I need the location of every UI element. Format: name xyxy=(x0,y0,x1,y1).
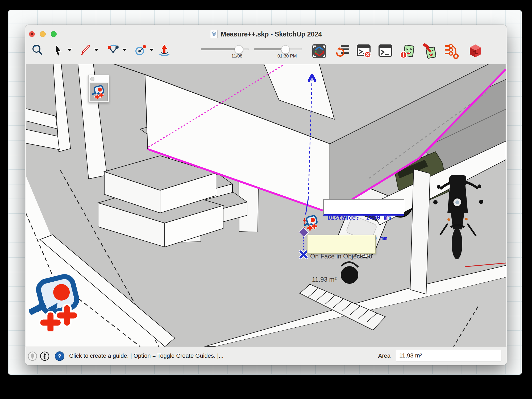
model-viewport[interactable]: Distance: 2400 mm Thickness: 400 mm On F… xyxy=(26,64,506,347)
face-info-tooltip: On Face in Object#36 11,93 m² xyxy=(307,235,376,254)
date-slider-label: 11/08 xyxy=(231,54,242,59)
circle-tool-icon[interactable] xyxy=(134,44,147,57)
line-tool-icon[interactable] xyxy=(79,44,92,57)
arc-tool-dropdown-icon[interactable] xyxy=(122,49,127,51)
face-info-line1: On Face in Object#36 xyxy=(310,252,375,260)
arc-tool-icon[interactable] xyxy=(107,44,120,57)
credits-icon[interactable] xyxy=(40,351,49,361)
sketchup-window: Measure++.skp - SketchUp 2024 xyxy=(25,25,507,365)
toolbar: 11/08 01:30 PM xyxy=(25,43,507,64)
measurement-tooltip: Distance: 2400 mm Thickness: 400 mm xyxy=(323,199,404,216)
time-slider[interactable]: 01:30 PM xyxy=(254,47,302,57)
status-bar: ? Click to create a guide. | Option = To… xyxy=(25,347,507,365)
help-glyph: ? xyxy=(58,353,61,360)
time-slider-thumb[interactable] xyxy=(281,45,290,54)
face-info-line2: 11,93 m² xyxy=(310,275,375,283)
time-slider-fill xyxy=(254,48,285,50)
organizer-icon[interactable] xyxy=(335,43,350,59)
help-icon[interactable]: ? xyxy=(55,351,64,361)
extension-cube-icon[interactable] xyxy=(468,43,483,59)
area-input[interactable]: 11,93 m² xyxy=(396,350,501,361)
window-title: Measure++.skp - SketchUp 2024 xyxy=(221,30,322,38)
geolocation-icon[interactable] xyxy=(28,351,37,361)
line-tool-dropdown-icon[interactable] xyxy=(94,49,98,51)
palette-close-icon[interactable] xyxy=(90,77,94,81)
push-pull-tool-icon[interactable] xyxy=(158,44,171,57)
area-label: Area xyxy=(378,352,390,359)
fix-problems-icon[interactable] xyxy=(422,43,437,59)
report-problem-icon[interactable] xyxy=(400,43,415,59)
zoom-tool-icon[interactable] xyxy=(31,44,44,57)
ruby-console-icon[interactable] xyxy=(378,43,393,59)
measure-plus-plus-icon xyxy=(92,85,106,99)
ruby-console-close-icon[interactable] xyxy=(356,43,372,59)
measure-plus-plus-watermark xyxy=(28,274,85,331)
date-slider[interactable]: 11/08 xyxy=(201,47,249,57)
measure-plus-plus-tool-button[interactable] xyxy=(90,83,108,101)
tape-measure-cursor-icon xyxy=(304,215,319,231)
circle-tool-dropdown-icon[interactable] xyxy=(149,49,154,51)
sketchup-document-icon xyxy=(210,30,218,38)
palette-titlebar[interactable] xyxy=(89,75,109,82)
select-tool-dropdown-icon[interactable] xyxy=(68,49,72,51)
status-message: Click to create a guide. | Option = Togg… xyxy=(69,352,223,359)
export-selection-icon[interactable] xyxy=(311,43,327,59)
select-tool-icon[interactable] xyxy=(53,44,65,57)
date-slider-fill xyxy=(201,48,239,50)
measure-plugin-palette xyxy=(88,75,109,102)
measurement-distance: Distance: 2400 mm xyxy=(327,214,404,221)
titlebar[interactable]: Measure++.skp - SketchUp 2024 xyxy=(25,25,507,43)
status-divider xyxy=(39,351,39,362)
time-slider-label: 01:30 PM xyxy=(277,54,297,59)
date-slider-thumb[interactable] xyxy=(235,45,243,54)
model-scene xyxy=(26,64,506,347)
version-control-icon[interactable] xyxy=(444,43,459,59)
